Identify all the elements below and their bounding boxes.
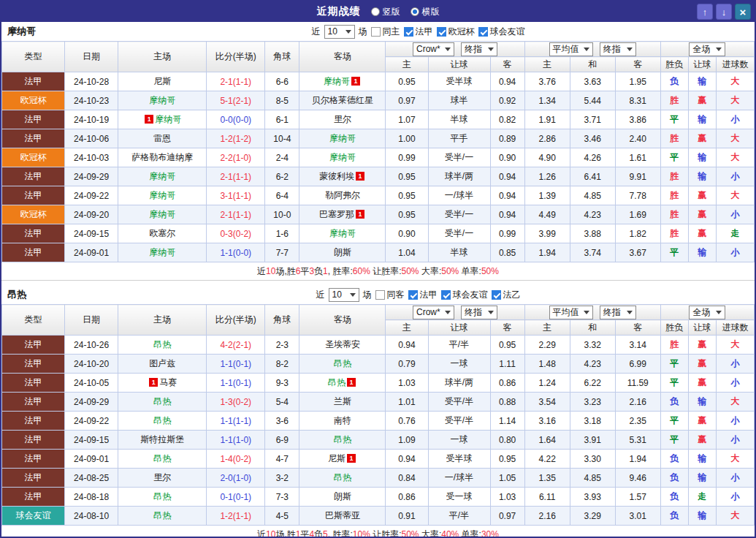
league-checkbox[interactable]: 法乙 — [492, 289, 521, 301]
match-count-select[interactable]: 10 — [324, 25, 355, 39]
summary-segment: 让胜率: — [370, 529, 402, 538]
avg-away-cell: 3.67 — [615, 243, 660, 262]
odds-home-cell: 1.04 — [386, 243, 428, 262]
league-cell: 法甲 — [2, 110, 65, 129]
avg-select[interactable]: 平均值 — [549, 42, 593, 56]
league-cell: 法甲 — [2, 167, 65, 186]
league-cell: 欧冠杯 — [2, 148, 65, 167]
chevron-down-icon — [488, 48, 494, 51]
result-goals-cell: 小 — [716, 412, 754, 431]
result-wdl-cell: 胜 — [660, 205, 688, 224]
match-row: 欧冠杯24-10-23摩纳哥5-1(2-1)8-5贝尔格莱德红星0.97球半0.… — [2, 91, 755, 110]
summary-segment: 场,胜 — [275, 266, 295, 276]
team-name: 摩纳哥 — [329, 133, 356, 143]
odds-away-cell: 0.90 — [490, 148, 524, 167]
fulltime-select[interactable]: 全场 — [689, 306, 725, 319]
games-label: 场 — [359, 26, 367, 38]
odds-final-select[interactable]: 终指 — [461, 42, 497, 56]
odds-source-select[interactable]: Crow* — [413, 42, 454, 56]
date-cell: 24-10-26 — [65, 336, 118, 355]
result-handicap-cell: 输 — [688, 393, 716, 412]
result-goals-cell: 小 — [716, 167, 754, 186]
summary-segment: 50% — [441, 266, 459, 276]
col-result-goals: 进球数 — [716, 57, 754, 72]
col-date: 日期 — [65, 42, 118, 72]
result-handicap-cell: 输 — [688, 72, 716, 91]
avg-away-cell: 2.40 — [615, 129, 660, 148]
odds-handicap-cell: 半球 — [428, 243, 490, 262]
titlebar: 近期战绩 竖版 横版 ↑ ↓ × — [1, 1, 755, 22]
same-venue-checkbox[interactable]: 同主 — [371, 26, 400, 38]
avg-final-select[interactable]: 终指 — [600, 306, 636, 319]
odds-source-select[interactable]: Crow* — [413, 306, 454, 319]
close-button[interactable]: × — [735, 4, 751, 20]
league-checkbox[interactable]: 欧冠杯 — [437, 26, 475, 38]
result-goals-cell: 走 — [716, 224, 754, 243]
filter-controls: 近 10 场 同主 法甲 欧冠杯 球会友谊 — [312, 25, 525, 39]
result-goals-cell: 大 — [716, 507, 754, 526]
red-card-icon: 1 — [351, 77, 360, 86]
layout-option-horizontal[interactable]: 横版 — [411, 6, 440, 18]
avg-draw-cell: 3.18 — [570, 412, 615, 431]
col-type: 类型 — [2, 305, 65, 336]
avg-home-cell: 1.34 — [524, 91, 570, 110]
summary-segment: 平 — [300, 266, 309, 276]
match-row: 法甲24-10-191摩纳哥0-0(0-0)6-1里尔1.07半球0.821.9… — [2, 110, 755, 129]
match-count-select[interactable]: 10 — [329, 288, 359, 302]
fulltime-select[interactable]: 全场 — [689, 42, 725, 56]
league-checkbox[interactable]: 球会友谊 — [441, 289, 488, 301]
odds-home-cell: 0.86 — [386, 488, 428, 507]
away-team-cell: 勒阿弗尔 — [299, 186, 386, 205]
league-checkbox[interactable]: 法甲 — [404, 26, 433, 38]
col-result-handicap: 让球 — [688, 320, 716, 336]
summary-segment: 40% — [441, 529, 459, 538]
league-cell: 法甲 — [2, 431, 65, 450]
avg-draw-cell: 3.29 — [570, 507, 615, 526]
avg-draw-cell: 3.88 — [570, 224, 615, 243]
league-cell: 法甲 — [2, 129, 65, 148]
result-handicap-cell: 赢 — [688, 224, 716, 243]
col-avg-draw: 和 — [570, 320, 615, 336]
score-cell: 1-2(1-1) — [207, 507, 265, 526]
match-row: 法甲24-09-22摩纳哥3-1(1-1)6-4勒阿弗尔0.95一/球半0.94… — [2, 186, 755, 205]
avg-away-cell: 1.82 — [615, 224, 660, 243]
fulltime-group-header: 全场 — [660, 305, 754, 320]
away-team-cell: 摩纳哥 — [299, 148, 386, 167]
result-wdl-cell: 平 — [660, 110, 688, 129]
team-name: 朗斯 — [334, 491, 351, 501]
league-checkbox[interactable]: 法甲 — [408, 289, 438, 301]
panel-title: 近期战绩 — [317, 5, 361, 18]
team-name-heading: 摩纳哥 — [7, 25, 36, 38]
result-wdl-cell: 胜 — [660, 224, 688, 243]
odds-final-select[interactable]: 终指 — [461, 306, 497, 319]
corners-cell: 3-2 — [265, 469, 299, 488]
home-team-cell: 摩纳哥 — [118, 167, 207, 186]
summary-segment: 单率: — [459, 529, 481, 538]
same-venue-checkbox[interactable]: 同客 — [375, 289, 405, 301]
odds-handicap-cell: 一/球半 — [428, 186, 490, 205]
avg-home-cell: 2.86 — [524, 129, 570, 148]
avg-group-header: 平均值 终指 — [524, 42, 660, 57]
scroll-down-button[interactable]: ↓ — [716, 4, 732, 20]
avg-draw-cell: 3.63 — [570, 72, 615, 91]
date-cell: 24-10-28 — [65, 72, 118, 91]
avg-away-cell: 1.95 — [615, 72, 660, 91]
date-cell: 24-09-01 — [65, 243, 118, 262]
score-cell: 2-1(1-1) — [207, 205, 265, 224]
corners-cell: 3-6 — [265, 412, 299, 431]
layout-option-vertical[interactable]: 竖版 — [371, 6, 400, 18]
away-team-cell: 尼斯1 — [299, 450, 386, 469]
result-handicap-cell: 赢 — [688, 412, 716, 431]
result-handicap-cell: 输 — [688, 450, 716, 469]
avg-draw-cell: 3.30 — [570, 450, 615, 469]
avg-away-cell: 3.01 — [615, 507, 660, 526]
league-checkbox[interactable]: 球会友谊 — [478, 26, 525, 38]
avg-home-cell: 4.22 — [524, 450, 570, 469]
avg-select[interactable]: 平均值 — [549, 306, 593, 319]
avg-final-select[interactable]: 终指 — [600, 42, 636, 56]
team-name-heading: 昂热 — [7, 288, 26, 301]
result-goals-cell: 小 — [716, 205, 754, 224]
league-cell: 法甲 — [2, 488, 65, 507]
checkbox-checked-icon — [492, 290, 501, 300]
scroll-up-button[interactable]: ↑ — [697, 4, 713, 20]
